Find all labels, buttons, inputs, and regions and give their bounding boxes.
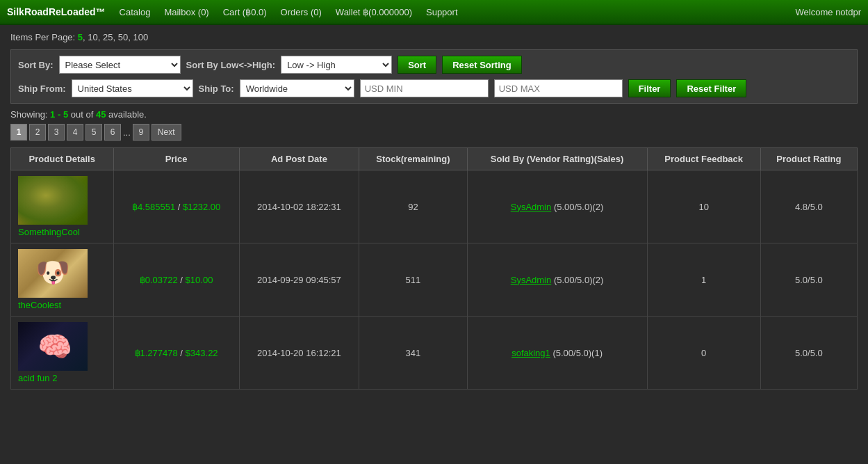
ipp-25[interactable]: 25 xyxy=(103,32,113,42)
vendor-cell: sofaking1 (5.00/5.0)(1) xyxy=(467,317,647,390)
ipp-50[interactable]: 50 xyxy=(118,32,128,42)
vendor-rating: (5.00/5.0)(2) xyxy=(554,275,604,285)
nav-mailbox[interactable]: Mailbox (0) xyxy=(164,7,208,17)
sort-by-label: Sort By: xyxy=(18,60,54,70)
stock-cell: 92 xyxy=(359,170,467,243)
price-usd: $343.22 xyxy=(186,348,218,358)
page-3[interactable]: 3 xyxy=(48,124,65,141)
pagination: 1 2 3 4 5 6 ... 9 Next xyxy=(10,124,858,141)
product-thumbnail[interactable] xyxy=(18,249,88,298)
filter-row: Sort By: Please Select Price Date Rating… xyxy=(10,49,858,104)
items-per-page-label: Items Per Page: xyxy=(10,32,75,42)
ipp-10[interactable]: 10 xyxy=(88,32,97,42)
table-header-row: Product Details Price Ad Post Date Stock… xyxy=(11,148,858,170)
showing-row: Showing: 1 - 5 out of 45 available. xyxy=(10,109,858,120)
vendor-name[interactable]: SysAdmin xyxy=(511,275,552,285)
ship-to-label: Ship To: xyxy=(199,83,234,94)
vendor-rating: (5.00/5.0)(1) xyxy=(552,348,603,358)
welcome-text: Welcome notdpr xyxy=(796,7,861,17)
sort-button[interactable]: Sort xyxy=(398,56,436,74)
price-btc: ฿0.03722 xyxy=(140,275,178,285)
items-per-page-row: Items Per Page: 5, 10, 25, 50, 100 xyxy=(10,32,858,42)
feedback-cell: 10 xyxy=(647,170,760,243)
sort-line: Sort By: Please Select Price Date Rating… xyxy=(18,56,850,74)
nav-support[interactable]: Support xyxy=(426,7,458,17)
reset-sorting-button[interactable]: Reset Sorting xyxy=(442,56,522,74)
price-btc: ฿4.585551 xyxy=(132,202,175,212)
showing-available: available. xyxy=(108,109,147,120)
vendor-name[interactable]: sofaking1 xyxy=(511,348,550,358)
page-6[interactable]: 6 xyxy=(104,124,121,141)
ad-post-date-cell: 2014-10-20 16:12:21 xyxy=(239,317,359,390)
col-rating: Product Rating xyxy=(760,148,857,170)
product-details-cell: theCoolest xyxy=(11,243,114,317)
col-sold-by: Sold By (Vendor Rating)(Sales) xyxy=(467,148,647,170)
ad-post-date-cell: 2014-10-02 18:22:31 xyxy=(239,170,359,243)
page-next[interactable]: Next xyxy=(152,124,181,141)
stock-cell: 341 xyxy=(359,317,467,390)
price-cell: ฿0.03722 / $10.00 xyxy=(113,243,239,317)
sort-by-select[interactable]: Please Select Price Date Rating xyxy=(59,56,181,74)
table-row: theCoolest ฿0.03722 / $10.00 2014-09-29 … xyxy=(11,243,858,317)
feedback-cell: 1 xyxy=(647,243,760,317)
product-details-cell: acid fun 2 xyxy=(11,317,114,390)
nav-catalog[interactable]: Catalog xyxy=(120,7,151,17)
vendor-cell: SysAdmin (5.00/5.0)(2) xyxy=(467,243,647,317)
table-row: SomethingCool ฿4.585551 / $1232.00 2014-… xyxy=(11,170,858,243)
page-5[interactable]: 5 xyxy=(85,124,102,141)
table-row: acid fun 2 ฿1.277478 / $343.22 2014-10-2… xyxy=(11,317,858,390)
brand-logo[interactable]: SilkRoadReLoaded™ xyxy=(7,6,106,17)
sort-dir-select[interactable]: Low -> High High -> Low xyxy=(281,56,392,74)
usd-max-input[interactable] xyxy=(494,79,623,97)
ship-to-select[interactable]: Worldwide United States United Kingdom E… xyxy=(240,79,354,97)
pagination-ellipsis: ... xyxy=(123,127,131,138)
filter-button[interactable]: Filter xyxy=(628,79,671,97)
page-2[interactable]: 2 xyxy=(29,124,46,141)
rating-cell: 4.8/5.0 xyxy=(760,170,857,243)
ipp-5[interactable]: 5 xyxy=(78,32,83,42)
ipp-100[interactable]: 100 xyxy=(133,32,148,42)
showing-label: Showing: xyxy=(10,109,47,120)
rating-cell: 5.0/5.0 xyxy=(760,317,857,390)
product-name[interactable]: SomethingCool xyxy=(18,227,106,237)
nav-links: Catalog Mailbox (0) Cart (฿0.0) Orders (… xyxy=(120,7,796,17)
col-ad-post-date: Ad Post Date xyxy=(239,148,359,170)
showing-count: 45 xyxy=(96,109,106,120)
price-usd: $1232.00 xyxy=(183,202,220,212)
ship-from-label: Ship From: xyxy=(18,83,66,94)
nav-cart[interactable]: Cart (฿0.0) xyxy=(223,7,267,17)
price-usd: $10.00 xyxy=(186,275,213,285)
feedback-cell: 0 xyxy=(647,317,760,390)
reset-filter-button[interactable]: Reset Filter xyxy=(676,79,746,97)
showing-out-of: out of xyxy=(71,109,94,120)
col-stock: Stock(remaining) xyxy=(359,148,467,170)
price-cell: ฿4.585551 / $1232.00 xyxy=(113,170,239,243)
rating-cell: 5.0/5.0 xyxy=(760,243,857,317)
product-thumbnail[interactable] xyxy=(18,176,88,225)
product-table: Product Details Price Ad Post Date Stock… xyxy=(10,147,858,390)
nav-orders[interactable]: Orders (0) xyxy=(281,7,322,17)
ad-post-date-cell: 2014-09-29 09:45:57 xyxy=(239,243,359,317)
product-name[interactable]: theCoolest xyxy=(18,300,106,310)
sort-dir-label: Sort By Low<->High: xyxy=(186,60,276,70)
usd-min-input[interactable] xyxy=(360,79,489,97)
vendor-cell: SysAdmin (5.00/5.0)(2) xyxy=(467,170,647,243)
product-name[interactable]: acid fun 2 xyxy=(18,373,106,383)
nav-wallet[interactable]: Wallet ฿(0.000000) xyxy=(336,7,412,17)
col-feedback: Product Feedback xyxy=(647,148,760,170)
price-btc: ฿1.277478 xyxy=(135,348,178,358)
product-thumbnail[interactable] xyxy=(18,322,88,371)
vendor-name[interactable]: SysAdmin xyxy=(511,202,552,212)
navbar: SilkRoadReLoaded™ Catalog Mailbox (0) Ca… xyxy=(0,0,868,25)
stock-cell: 511 xyxy=(359,243,467,317)
page-4[interactable]: 4 xyxy=(67,124,83,141)
ship-from-select[interactable]: United States Worldwide United Kingdom G… xyxy=(72,79,193,97)
price-cell: ฿1.277478 / $343.22 xyxy=(113,317,239,390)
vendor-rating: (5.00/5.0)(2) xyxy=(554,202,604,212)
page-1[interactable]: 1 xyxy=(10,124,27,141)
col-price: Price xyxy=(113,148,239,170)
showing-range: 1 - 5 xyxy=(50,109,68,120)
ship-line: Ship From: United States Worldwide Unite… xyxy=(18,79,850,97)
page-9[interactable]: 9 xyxy=(133,124,149,141)
product-details-cell: SomethingCool xyxy=(11,170,114,243)
